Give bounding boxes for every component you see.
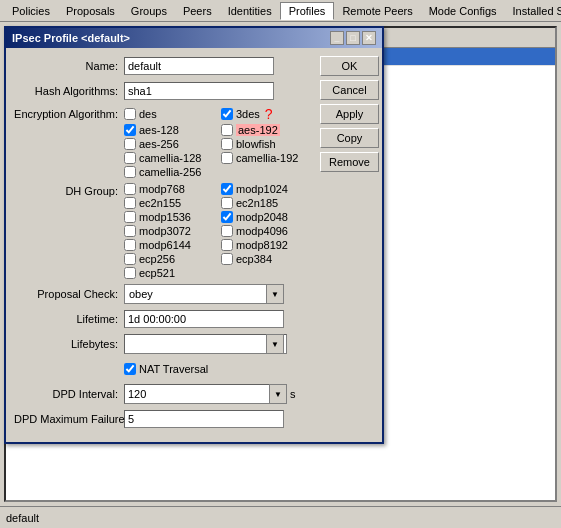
- encryption-camellia192: camellia-192: [221, 152, 314, 164]
- encryption-aes192-checkbox[interactable]: [221, 124, 233, 136]
- dh-row: DH Group: modp768 modp1024 ec2n155: [14, 183, 314, 279]
- dh-ecp521-label: ecp521: [139, 267, 175, 279]
- dh-ec2n185: ec2n185: [221, 197, 314, 209]
- hash-label: Hash Algorithms:: [14, 85, 124, 97]
- lifebytes-input[interactable]: [124, 334, 287, 354]
- encryption-des-label: des: [139, 108, 157, 120]
- cancel-button[interactable]: Cancel: [320, 80, 379, 100]
- encryption-camellia256-checkbox[interactable]: [124, 166, 136, 178]
- maximize-button[interactable]: □: [346, 31, 360, 45]
- lifebytes-row: Lifebytes: ▼: [14, 334, 314, 354]
- dh-modp4096-checkbox[interactable]: [221, 225, 233, 237]
- encryption-blowfish-checkbox[interactable]: [221, 138, 233, 150]
- dh-modp8192-label: modp8192: [236, 239, 288, 251]
- nat-traversal-label: NAT Traversal: [139, 363, 208, 375]
- encryption-des-checkbox[interactable]: [124, 108, 136, 120]
- encryption-aes256-checkbox[interactable]: [124, 138, 136, 150]
- menu-item-peers[interactable]: Peers: [175, 3, 220, 19]
- dh-ec2n185-checkbox[interactable]: [221, 197, 233, 209]
- encryption-3des-checkbox[interactable]: [221, 108, 233, 120]
- dh-modp768: modp768: [124, 183, 217, 195]
- encryption-blowfish: blowfish: [221, 138, 314, 150]
- menu-item-remote-peers[interactable]: Remote Peers: [334, 3, 420, 19]
- dh-modp3072: modp3072: [124, 225, 217, 237]
- dh-modp6144-label: modp6144: [139, 239, 191, 251]
- encryption-3des: 3des ?: [221, 106, 314, 122]
- status-bar: default: [0, 506, 561, 528]
- dpd-max-failures-row: DPD Maximum Failures:: [14, 409, 314, 429]
- remove-button[interactable]: Remove: [320, 152, 379, 172]
- dh-modp768-checkbox[interactable]: [124, 183, 136, 195]
- encryption-camellia128: camellia-128: [124, 152, 217, 164]
- dh-label: DH Group:: [14, 183, 124, 197]
- proposal-check-label: Proposal Check:: [14, 288, 124, 300]
- menu-item-proposals[interactable]: Proposals: [58, 3, 123, 19]
- dialog-title: IPsec Profile <default>: [12, 32, 130, 44]
- proposal-check-dropdown-arrow[interactable]: ▼: [266, 284, 284, 304]
- dh-modp3072-checkbox[interactable]: [124, 225, 136, 237]
- encryption-aes256: aes-256: [124, 138, 217, 150]
- encryption-aes128-checkbox[interactable]: [124, 124, 136, 136]
- status-text: default: [6, 512, 39, 524]
- ok-button[interactable]: OK: [320, 56, 379, 76]
- dh-ecp384-checkbox[interactable]: [221, 253, 233, 265]
- dh-modp8192-checkbox[interactable]: [221, 239, 233, 251]
- dh-modp6144-checkbox[interactable]: [124, 239, 136, 251]
- apply-button[interactable]: Apply: [320, 104, 379, 124]
- dh-modp1024: modp1024: [221, 183, 314, 195]
- nat-traversal-item: NAT Traversal: [124, 363, 208, 375]
- encryption-checkbox-grid: des 3des ? aes-128 ae: [124, 106, 314, 178]
- lifebytes-dropdown-btn[interactable]: ▼: [266, 334, 284, 354]
- name-label: Name:: [14, 60, 124, 72]
- dpd-interval-wrapper: ▼: [124, 384, 287, 404]
- dh-ec2n155: ec2n155: [124, 197, 217, 209]
- dh-modp1536: modp1536: [124, 211, 217, 223]
- encryption-camellia256: camellia-256: [124, 166, 217, 178]
- menu-item-groups[interactable]: Groups: [123, 3, 175, 19]
- menu-bar: Policies Proposals Groups Peers Identiti…: [0, 0, 561, 22]
- lifetime-label: Lifetime:: [14, 313, 124, 325]
- encryption-aes128-label: aes-128: [139, 124, 179, 136]
- dpd-interval-dropdown-btn[interactable]: ▼: [269, 384, 287, 404]
- dialog-titlebar-controls: _ □ ✕: [330, 31, 376, 45]
- nat-traversal-checkbox[interactable]: [124, 363, 136, 375]
- menu-item-installed-sas[interactable]: Installed SAs: [505, 3, 561, 19]
- dh-ecp256-checkbox[interactable]: [124, 253, 136, 265]
- encryption-camellia192-checkbox[interactable]: [221, 152, 233, 164]
- encryption-3des-label: 3des: [236, 108, 260, 120]
- dh-modp1536-label: modp1536: [139, 211, 191, 223]
- dh-modp4096-label: modp4096: [236, 225, 288, 237]
- encryption-camellia256-label: camellia-256: [139, 166, 201, 178]
- dh-checkbox-grid: modp768 modp1024 ec2n155 ec2n185: [124, 183, 314, 279]
- lifebytes-input-wrapper: ▼: [124, 334, 284, 354]
- dialog: IPsec Profile <default> _ □ ✕ Name: Hash…: [4, 26, 384, 444]
- close-button[interactable]: ✕: [362, 31, 376, 45]
- encryption-label: Encryption Algorithm:: [14, 106, 124, 120]
- dh-ecp384-label: ecp384: [236, 253, 272, 265]
- menu-item-mode-configs[interactable]: Mode Configs: [421, 3, 505, 19]
- dialog-form: Name: Hash Algorithms: Encryption Algori…: [14, 56, 314, 434]
- hash-input[interactable]: [124, 82, 274, 100]
- name-row: Name:: [14, 56, 314, 76]
- dh-modp1536-checkbox[interactable]: [124, 211, 136, 223]
- dh-modp1024-checkbox[interactable]: [221, 183, 233, 195]
- proposal-check-select[interactable]: obey claim strict exact: [124, 284, 284, 304]
- menu-item-identities[interactable]: Identities: [220, 3, 280, 19]
- dh-modp1024-label: modp1024: [236, 183, 288, 195]
- dh-ec2n155-label: ec2n155: [139, 197, 181, 209]
- lifetime-input[interactable]: [124, 310, 284, 328]
- encryption-blowfish-label: blowfish: [236, 138, 276, 150]
- proposal-check-row: Proposal Check: obey claim strict exact …: [14, 284, 314, 304]
- encryption-camellia128-checkbox[interactable]: [124, 152, 136, 164]
- copy-button[interactable]: Copy: [320, 128, 379, 148]
- minimize-button[interactable]: _: [330, 31, 344, 45]
- menu-item-policies[interactable]: Policies: [4, 3, 58, 19]
- name-input[interactable]: [124, 57, 274, 75]
- dpd-interval-input[interactable]: [124, 384, 287, 404]
- dh-modp2048-checkbox[interactable]: [221, 211, 233, 223]
- menu-item-profiles[interactable]: Profiles: [280, 2, 335, 20]
- dh-ecp521-checkbox[interactable]: [124, 267, 136, 279]
- dpd-interval-row: DPD Interval: ▼ s: [14, 384, 314, 404]
- dpd-max-failures-input[interactable]: [124, 410, 284, 428]
- dh-ec2n155-checkbox[interactable]: [124, 197, 136, 209]
